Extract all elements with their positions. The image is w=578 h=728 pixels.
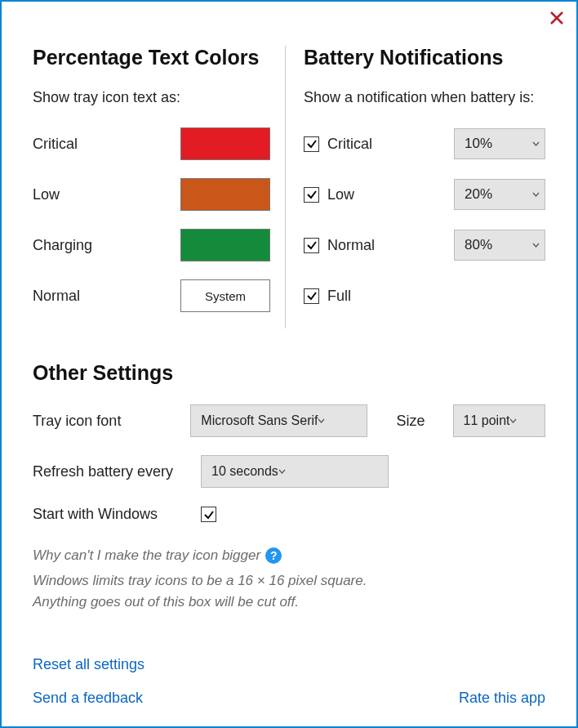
notify-low-label: Low	[327, 186, 354, 203]
size-label: Size	[397, 413, 425, 430]
notifications-subtitle: Show a notification when battery is:	[304, 89, 545, 106]
color-swatch-critical[interactable]	[180, 127, 270, 160]
chevron-down-icon	[278, 469, 286, 474]
color-label: Charging	[33, 237, 180, 254]
size-dropdown[interactable]: 11 point	[453, 404, 545, 437]
notify-low-checkbox[interactable]	[304, 187, 319, 203]
notify-critical-checkbox[interactable]	[304, 136, 319, 152]
color-swatch-charging[interactable]	[180, 229, 270, 261]
color-swatch-normal[interactable]: System	[180, 279, 270, 312]
close-icon	[549, 10, 565, 26]
color-row-low: Low	[33, 176, 270, 212]
check-icon	[306, 189, 318, 200]
font-label: Tray icon font	[33, 413, 177, 430]
section-title-colors: Percentage Text Colors	[33, 46, 270, 69]
refresh-dropdown[interactable]: 10 seconds	[201, 455, 389, 488]
color-label: Low	[33, 186, 180, 203]
notify-low-dropdown[interactable]: 20%	[454, 179, 545, 210]
chevron-down-icon	[531, 140, 540, 148]
notify-row-low: Low 20%	[304, 176, 545, 212]
settings-window: Percentage Text Colors Show tray icon te…	[0, 0, 578, 728]
notify-full-label: Full	[327, 288, 351, 305]
help-icon[interactable]: ?	[265, 547, 282, 564]
check-icon	[306, 239, 318, 251]
notify-normal-checkbox[interactable]	[304, 238, 319, 253]
color-row-critical: Critical	[33, 126, 270, 162]
chevron-down-icon	[318, 418, 325, 423]
startup-row: Start with Windows	[33, 506, 545, 523]
notify-row-full: Full	[304, 278, 545, 314]
check-icon	[306, 138, 318, 150]
color-label: Normal	[33, 288, 180, 305]
refresh-label: Refresh battery every	[33, 463, 188, 480]
dropdown-value: 20%	[465, 186, 492, 203]
notify-normal-label: Normal	[327, 237, 375, 254]
font-row: Tray icon font Microsoft Sans Serif Size…	[33, 404, 545, 437]
reset-settings-link[interactable]: Reset all settings	[33, 656, 545, 673]
refresh-row: Refresh battery every 10 seconds	[33, 455, 545, 488]
colors-subtitle: Show tray icon text as:	[33, 89, 270, 106]
notify-row-critical: Critical 10%	[304, 126, 545, 162]
color-row-charging: Charging	[33, 227, 270, 263]
notify-normal-dropdown[interactable]: 80%	[454, 230, 545, 261]
section-title-notifications: Battery Notifications	[304, 46, 545, 69]
notify-row-normal: Normal 80%	[304, 227, 545, 263]
startup-checkbox[interactable]	[201, 507, 216, 522]
color-label: Critical	[33, 136, 180, 153]
section-title-other: Other Settings	[33, 361, 545, 385]
chevron-down-icon	[509, 418, 517, 423]
footer-links: Reset all settings Send a feedback Rate …	[33, 656, 545, 707]
dropdown-value: Microsoft Sans Serif	[201, 413, 318, 428]
notify-full-checkbox[interactable]	[304, 288, 319, 304]
other-settings-section: Other Settings Tray icon font Microsoft …	[33, 361, 545, 612]
dropdown-value: 80%	[465, 237, 492, 253]
rate-app-link[interactable]: Rate this app	[459, 690, 545, 707]
faq-question: Why can't I make the tray icon bigger	[33, 547, 260, 564]
color-swatch-low[interactable]	[180, 178, 270, 211]
color-row-normal: Normal System	[33, 278, 270, 314]
faq-answer: Windows limits tray icons to be a 16 × 1…	[33, 570, 545, 612]
notifications-section: Battery Notifications Show a notificatio…	[286, 46, 545, 328]
percentage-colors-section: Percentage Text Colors Show tray icon te…	[33, 46, 286, 328]
dropdown-value: 10 seconds	[211, 464, 278, 479]
notify-critical-dropdown[interactable]: 10%	[454, 128, 545, 159]
chevron-down-icon	[531, 241, 540, 249]
check-icon	[306, 290, 318, 301]
faq-block: Why can't I make the tray icon bigger ? …	[33, 547, 545, 612]
dropdown-value: 10%	[465, 136, 492, 152]
startup-label: Start with Windows	[33, 506, 188, 523]
chevron-down-icon	[531, 190, 540, 199]
check-icon	[203, 509, 215, 520]
close-button[interactable]	[549, 10, 565, 26]
dropdown-value: 11 point	[464, 413, 510, 428]
font-dropdown[interactable]: Microsoft Sans Serif	[190, 404, 367, 437]
notify-critical-label: Critical	[327, 136, 372, 153]
